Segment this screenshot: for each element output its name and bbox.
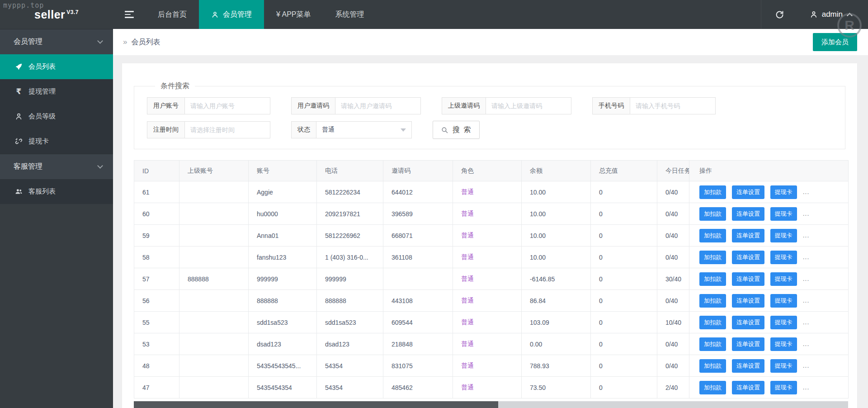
search-row-1: 用户账号 用户邀请码 上级邀请码 手机号码 [147, 97, 836, 114]
more-actions-button[interactable]: ... [803, 275, 810, 282]
sidebar-item-label: 提现管理 [28, 87, 56, 96]
withdraw-card-button[interactable]: 提现卡 [770, 185, 797, 199]
combo-order-settings-button[interactable]: 连单设置 [732, 207, 764, 221]
cell-parent-account [179, 225, 249, 247]
cell-phone: dsad123 [317, 333, 383, 355]
parent-invite-code-input[interactable] [486, 97, 571, 114]
user-account-input[interactable] [184, 97, 270, 114]
sidebar-group-members[interactable]: 会员管理 [0, 29, 113, 54]
sidebar-item-support-list[interactable]: 客服列表 [0, 179, 113, 204]
cell-parent-account [179, 203, 249, 225]
nav-item-members[interactable]: 会员管理 [199, 0, 264, 29]
cell-balance: 788.93 [522, 355, 591, 377]
status-select[interactable]: 普通 [316, 121, 412, 138]
sidebar-item-member-list[interactable]: 会员列表 [0, 54, 113, 79]
withdraw-card-button[interactable]: 提现卡 [770, 251, 797, 264]
more-actions-button[interactable]: ... [803, 232, 810, 239]
combo-order-settings-button[interactable]: 连单设置 [732, 272, 764, 286]
person-icon [211, 11, 219, 19]
cell-parent-account [179, 355, 249, 377]
combo-order-settings-button[interactable]: 连单设置 [732, 229, 764, 242]
add-deduct-funds-button[interactable]: 加扣款 [699, 359, 726, 373]
combo-order-settings-button[interactable]: 连单设置 [732, 337, 764, 351]
cell-id: 47 [134, 377, 179, 399]
refresh-button[interactable] [761, 0, 798, 29]
cell-role: 普通 [453, 290, 522, 312]
cell-balance: -6146.85 [522, 268, 591, 290]
more-actions-button[interactable]: ... [803, 318, 810, 326]
cell-phone: 888888 [317, 290, 383, 312]
sidebar-item-withdraw-management[interactable]: ₹ 提现管理 [0, 79, 113, 104]
cell-account: 5435454354 [249, 377, 317, 399]
add-deduct-funds-button[interactable]: 加扣款 [699, 316, 726, 329]
cell-id: 60 [134, 203, 179, 225]
withdraw-card-button[interactable]: 提现卡 [770, 272, 797, 286]
hamburger-icon [125, 17, 134, 18]
more-actions-button[interactable]: ... [803, 340, 810, 347]
add-deduct-funds-button[interactable]: 加扣款 [699, 185, 726, 199]
withdraw-card-button[interactable]: 提现卡 [770, 359, 797, 373]
cell-invite-code: 668071 [383, 225, 453, 247]
sidebar-item-member-level[interactable]: 会员等级 [0, 104, 113, 129]
brand-version: V3.7 [66, 9, 79, 15]
more-actions-button[interactable]: ... [803, 210, 810, 217]
withdraw-card-button[interactable]: 提现卡 [770, 381, 797, 394]
cell-phone: 54354 [317, 355, 383, 377]
cell-parent-account [179, 290, 249, 312]
withdraw-card-button[interactable]: 提现卡 [770, 294, 797, 308]
sidebar-item-withdraw-card[interactable]: 提现卡 [0, 129, 113, 154]
add-deduct-funds-button[interactable]: 加扣款 [699, 229, 726, 242]
cell-invite-code [383, 268, 453, 290]
add-deduct-funds-button[interactable]: 加扣款 [699, 381, 726, 394]
cell-actions: 加扣款 连单设置 提现卡 ... [689, 333, 849, 355]
combo-order-settings-button[interactable]: 连单设置 [732, 294, 764, 308]
content-card: 条件搜索 用户账号 用户邀请码 上级邀请码 手机号码 [122, 63, 857, 408]
combo-order-settings-button[interactable]: 连单设置 [732, 251, 764, 264]
horizontal-scrollbar-track[interactable] [134, 401, 848, 408]
cell-total-recharge: 0 [591, 268, 657, 290]
more-actions-button[interactable]: ... [803, 297, 810, 304]
status-selected-value: 普通 [322, 126, 335, 134]
cell-role: 普通 [453, 181, 522, 203]
add-deduct-funds-button[interactable]: 加扣款 [699, 294, 726, 308]
more-actions-button[interactable]: ... [803, 384, 810, 391]
horizontal-scrollbar-thumb[interactable] [134, 401, 498, 408]
chevron-down-icon [97, 38, 103, 44]
cell-role: 普通 [453, 377, 522, 399]
add-deduct-funds-button[interactable]: 加扣款 [699, 207, 726, 221]
combo-order-settings-button[interactable]: 连单设置 [732, 185, 764, 199]
more-actions-button[interactable]: ... [803, 188, 810, 195]
field-label: 用户账号 [147, 97, 184, 114]
field-label: 注册时间 [147, 121, 184, 138]
cell-balance: 10.00 [522, 181, 591, 203]
add-deduct-funds-button[interactable]: 加扣款 [699, 251, 726, 264]
register-time-input[interactable] [184, 121, 270, 138]
cell-phone: 5812226962 [317, 225, 383, 247]
main-content: » 会员列表 添加会员 条件搜索 用户账号 用户邀请码 上级邀请码 [113, 29, 868, 408]
more-actions-button[interactable]: ... [803, 253, 810, 261]
add-deduct-funds-button[interactable]: 加扣款 [699, 272, 726, 286]
more-actions-button[interactable]: ... [803, 362, 810, 369]
user-invite-code-input[interactable] [335, 97, 421, 114]
withdraw-card-button[interactable]: 提现卡 [770, 229, 797, 242]
cell-id: 55 [134, 312, 179, 333]
combo-order-settings-button[interactable]: 连单设置 [732, 316, 764, 329]
add-deduct-funds-button[interactable]: 加扣款 [699, 337, 726, 351]
nav-item-app-menu[interactable]: ¥ APP菜单 [264, 0, 323, 29]
cell-invite-code: 361108 [383, 247, 453, 268]
search-button[interactable]: 搜 索 [433, 121, 480, 139]
withdraw-card-button[interactable]: 提现卡 [770, 316, 797, 329]
cell-invite-code: 218848 [383, 333, 453, 355]
field-user-invite-code: 用户邀请码 [291, 97, 421, 114]
cell-balance: 10.00 [522, 225, 591, 247]
withdraw-card-button[interactable]: 提现卡 [770, 207, 797, 221]
cell-id: 58 [134, 247, 179, 268]
nav-item-dashboard[interactable]: 后台首页 [146, 0, 199, 29]
phone-number-input[interactable] [630, 97, 716, 114]
sidebar-group-support[interactable]: 客服管理 [0, 154, 113, 179]
withdraw-card-button[interactable]: 提现卡 [770, 337, 797, 351]
sidebar-toggle-button[interactable] [113, 0, 146, 29]
combo-order-settings-button[interactable]: 连单设置 [732, 381, 764, 394]
nav-item-system[interactable]: 系统管理 [323, 0, 376, 29]
combo-order-settings-button[interactable]: 连单设置 [732, 359, 764, 373]
